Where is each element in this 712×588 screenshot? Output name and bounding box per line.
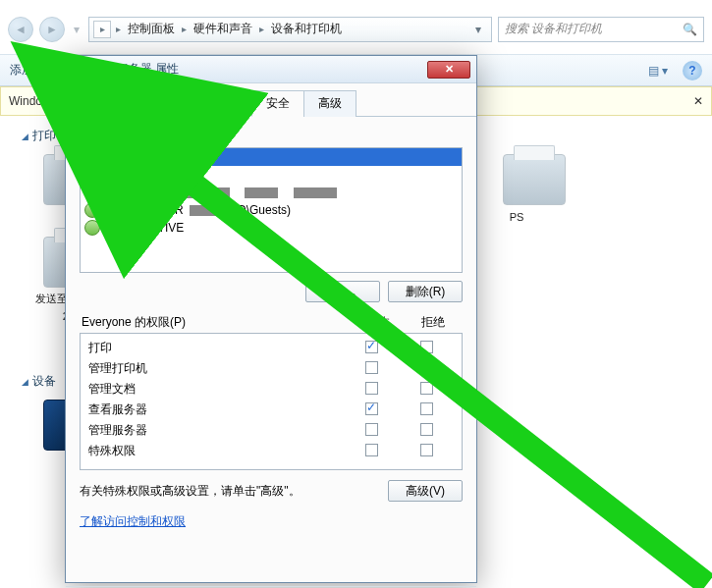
- perm-row-manage-doc: 管理文档: [88, 379, 454, 400]
- help-button[interactable]: ?: [683, 61, 702, 80]
- add-user-button[interactable]: (D)...: [305, 281, 380, 302]
- chevron-right-icon: ▸: [256, 24, 267, 34]
- breadcrumb-seg-1[interactable]: 控制面板: [126, 21, 177, 37]
- deny-checkbox[interactable]: [420, 382, 433, 395]
- advanced-button[interactable]: 高级(V): [388, 480, 463, 502]
- group-icon: [84, 185, 100, 200]
- printer-item[interactable]: PS: [487, 154, 581, 205]
- disclosure-triangle-icon: ◢: [22, 132, 28, 141]
- deny-checkbox[interactable]: [420, 444, 433, 456]
- search-icon: 🔍: [683, 23, 697, 36]
- allow-checkbox[interactable]: [365, 341, 378, 353]
- address-bar-row: ◄ ► ▾ ▸ ▸ 控制面板 ▸ 硬件和声音 ▸ 设备和打印机 ▾ 搜索 设备和…: [0, 0, 712, 55]
- tab-forms[interactable]: 表单: [72, 90, 125, 117]
- breadcrumb-dropdown[interactable]: ▾: [469, 23, 487, 36]
- breadcrumb-seg-3[interactable]: 设备和打印机: [269, 21, 344, 37]
- tab-security[interactable]: 安全: [251, 90, 304, 117]
- breadcrumb-bar[interactable]: ▸ ▸ 控制面板 ▸ 硬件和声音 ▸ 设备和打印机 ▾: [88, 17, 492, 42]
- group-icon: [84, 220, 100, 236]
- disclosure-triangle-icon: ◢: [22, 377, 28, 387]
- perm-row-manage-server: 管理服务器: [88, 420, 454, 441]
- deny-label: 拒绝: [406, 314, 461, 331]
- deny-checkbox[interactable]: [420, 423, 433, 436]
- permissions-list: 打印 管理打印机 管理文档 查看服务器 管理服务器 特殊权限: [80, 333, 463, 470]
- deny-checkbox[interactable]: [420, 341, 433, 353]
- dialog-title: 打印服务器 属性: [93, 61, 179, 78]
- user-row-admin[interactable]: Administrat: [81, 184, 462, 201]
- censored-text: [190, 205, 229, 216]
- add-device-button[interactable]: 添加设: [10, 62, 45, 79]
- perm-row-view-server: 查看服务器: [88, 400, 454, 420]
- learn-access-control-link[interactable]: 了解访问控制和权限: [80, 506, 463, 530]
- allow-checkbox[interactable]: [365, 423, 378, 436]
- dialog-body: 组或用户名(G)： Everyone CREATOR OW Administra…: [66, 117, 476, 586]
- remove-user-button[interactable]: 删除(R): [388, 281, 463, 302]
- info-bar-text: Window: [9, 94, 51, 108]
- dialog-icon: 🖶: [72, 62, 87, 78]
- close-icon[interactable]: ✕: [693, 94, 703, 108]
- perm-row-manage-printer: 管理打印机: [88, 358, 454, 379]
- breadcrumb-seg-2[interactable]: 硬件和声音: [192, 21, 254, 37]
- deny-checkbox[interactable]: [420, 361, 433, 374]
- advanced-hint: 有关特殊权限或高级设置，请单击"高级"。: [80, 483, 378, 500]
- perm-row-special: 特殊权限: [88, 441, 454, 461]
- user-row-everyone[interactable]: Everyone: [81, 148, 462, 166]
- tab-advanced[interactable]: 高级: [303, 90, 356, 117]
- censored-text: [245, 187, 278, 198]
- group-users-label: 组或用户名(G)：: [80, 127, 463, 143]
- nav-back-button[interactable]: ◄: [8, 17, 33, 42]
- chevron-right-icon: ▸: [179, 24, 190, 34]
- dialog-titlebar[interactable]: 🖶 打印服务器 属性 ✕: [66, 56, 476, 83]
- allow-checkbox[interactable]: [365, 361, 378, 374]
- allow-checkbox[interactable]: [365, 382, 378, 395]
- allow-checkbox[interactable]: [365, 402, 378, 415]
- chevron-right-icon: ▸: [113, 24, 124, 34]
- tab-drivers[interactable]: 驱动程序: [176, 90, 252, 117]
- close-button[interactable]: ✕: [427, 61, 470, 79]
- censored-text: [294, 187, 337, 198]
- user-list[interactable]: Everyone CREATOR OW Administrat Guests (…: [80, 147, 463, 273]
- allow-checkbox[interactable]: [365, 444, 378, 456]
- censored-text: [171, 187, 230, 198]
- printer-icon: [503, 154, 566, 205]
- print-server-properties-dialog: 🖶 打印服务器 属性 ✕ 表单 端口 驱动程序 安全 高级 组或用户名(G)： …: [65, 55, 477, 583]
- allow-label: 允许: [351, 314, 406, 331]
- group-icon: [84, 202, 100, 218]
- tab-ports[interactable]: 端口: [124, 90, 177, 117]
- group-icon: [84, 167, 100, 183]
- nav-history-dropdown[interactable]: ▾: [71, 23, 82, 36]
- user-row-creator[interactable]: CREATOR OW: [81, 166, 462, 184]
- tab-row: 表单 端口 驱动程序 安全 高级: [66, 83, 476, 117]
- user-icon: [84, 149, 100, 165]
- perm-row-print: 打印: [88, 338, 454, 358]
- advanced-hint-row: 有关特殊权限或高级设置，请单击"高级"。 高级(V): [80, 470, 463, 506]
- deny-checkbox[interactable]: [420, 402, 433, 415]
- search-input[interactable]: 搜索 设备和打印机 🔍: [498, 17, 704, 42]
- perm-for-label: Everyone 的权限(P): [82, 314, 351, 331]
- view-options-button[interactable]: ▤ ▾: [647, 61, 669, 80]
- nav-forward-button[interactable]: ►: [39, 17, 65, 42]
- location-icon: ▸: [93, 21, 111, 38]
- permissions-header: Everyone 的权限(P) 允许 拒绝: [80, 310, 463, 333]
- user-row-interactive[interactable]: INTERACTIVE: [81, 219, 462, 237]
- search-placeholder: 搜索 设备和打印机: [505, 21, 602, 37]
- user-row-guests[interactable]: Guests (USERID\Guests): [81, 201, 462, 219]
